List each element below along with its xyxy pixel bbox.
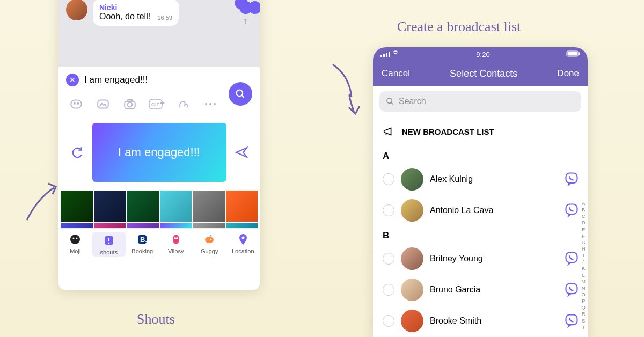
index-letter[interactable]: F xyxy=(581,233,587,239)
viber-badge xyxy=(564,202,580,218)
message-bubble[interactable]: Nicki Oooh, do tell! 16:59 xyxy=(93,0,179,26)
more-icon[interactable] xyxy=(202,96,218,112)
preview-text: I am engaged!!! xyxy=(118,145,200,159)
svg-rect-8 xyxy=(128,99,133,101)
index-letter[interactable]: J xyxy=(581,259,587,265)
svg-point-17 xyxy=(73,238,75,239)
contact-row[interactable]: Antonio La Cava xyxy=(373,195,588,226)
chat-area: Nicki Oooh, do tell! 16:59 1 xyxy=(58,0,260,67)
gallery-icon[interactable] xyxy=(95,96,111,112)
svg-text:B.: B. xyxy=(140,236,147,244)
contact-name: Bruno Garcia xyxy=(430,285,558,295)
message-row: Nicki Oooh, do tell! 16:59 xyxy=(58,0,260,35)
background-grid xyxy=(58,186,260,223)
bg-tile[interactable] xyxy=(226,223,258,228)
bg-tile[interactable] xyxy=(160,223,192,228)
bg-tile[interactable] xyxy=(226,191,258,222)
radio[interactable] xyxy=(383,173,394,185)
reaction[interactable]: 1 xyxy=(239,1,252,26)
radio[interactable] xyxy=(383,315,394,327)
doodle-icon[interactable] xyxy=(175,96,192,112)
index-letter[interactable]: T xyxy=(581,324,587,331)
bg-tile[interactable] xyxy=(61,223,93,228)
index-letter[interactable]: L xyxy=(581,272,587,279)
nav-moji[interactable]: Moji xyxy=(58,232,92,257)
header: Cancel Select Contacts Done xyxy=(373,61,588,86)
index-letter[interactable]: A xyxy=(581,200,587,207)
index-letter[interactable]: O xyxy=(581,291,587,298)
bg-tile[interactable] xyxy=(160,191,192,222)
svg-rect-38 xyxy=(566,173,577,184)
nav-guggy[interactable]: Guggy xyxy=(193,232,226,257)
index-letter[interactable]: P xyxy=(581,298,587,304)
avatar xyxy=(401,310,423,332)
nav-location[interactable]: Location xyxy=(226,232,260,257)
nav-label: Vlipsy xyxy=(168,248,184,254)
svg-rect-2 xyxy=(71,100,82,108)
nav-booking[interactable]: B.Booking xyxy=(126,232,159,257)
avatar[interactable] xyxy=(66,0,87,20)
bg-tile[interactable] xyxy=(94,223,126,228)
contact-row[interactable]: Brooke Smith xyxy=(373,305,588,336)
battery-icon xyxy=(566,50,580,58)
index-letter[interactable]: B xyxy=(581,207,587,213)
index-letter[interactable]: K xyxy=(581,265,587,272)
contact-row[interactable]: Bruno Garcia xyxy=(373,274,588,305)
heart-icon xyxy=(237,0,255,17)
index-letter[interactable]: D xyxy=(581,219,587,226)
index-bar[interactable]: ABCDEFGHIJKLMNOPQRST xyxy=(581,200,587,331)
svg-rect-34 xyxy=(568,52,577,55)
bg-tile[interactable] xyxy=(127,223,159,228)
close-icon[interactable]: ✕ xyxy=(66,74,79,86)
bg-tile[interactable] xyxy=(127,191,159,222)
radio[interactable] xyxy=(383,204,394,216)
svg-point-25 xyxy=(176,237,178,239)
search-input[interactable]: Search xyxy=(379,91,581,112)
nav-vlipsy[interactable]: Vlipsy xyxy=(159,232,193,257)
bg-tile[interactable] xyxy=(94,191,126,222)
index-letter[interactable]: N xyxy=(581,285,587,291)
radio[interactable] xyxy=(383,253,394,265)
index-letter[interactable]: C xyxy=(581,213,587,219)
nav-label: Booking xyxy=(131,248,153,254)
new-broadcast-row[interactable]: NEW BROADCAST LIST xyxy=(373,117,588,146)
index-letter[interactable]: M xyxy=(581,279,587,285)
done-button[interactable]: Done xyxy=(557,68,579,79)
avatar xyxy=(401,168,423,191)
camera-icon[interactable] xyxy=(122,96,138,112)
index-letter[interactable]: E xyxy=(581,226,587,233)
bg-tile[interactable] xyxy=(193,223,225,228)
viber-badge xyxy=(564,313,580,329)
viber-icon xyxy=(564,202,579,217)
shout-preview[interactable]: I am engaged!!! xyxy=(92,123,226,182)
cycle-button[interactable] xyxy=(68,144,85,161)
contact-row[interactable]: Britney Young xyxy=(373,243,588,274)
send-button[interactable] xyxy=(233,144,250,161)
gif-icon[interactable]: GIF xyxy=(149,96,165,112)
radio[interactable] xyxy=(383,284,394,296)
composer-input[interactable]: I am engaged!!! xyxy=(84,75,252,85)
index-letter[interactable]: G xyxy=(581,239,587,246)
section-header: A xyxy=(373,146,588,164)
bg-tile[interactable] xyxy=(61,191,93,222)
svg-point-14 xyxy=(209,103,211,105)
bg-tile[interactable] xyxy=(193,191,225,222)
contact-row[interactable]: Alex Kulnig xyxy=(373,164,588,195)
svg-point-26 xyxy=(205,237,214,243)
index-letter[interactable]: I xyxy=(581,252,587,259)
avatar xyxy=(401,199,423,222)
index-letter[interactable]: H xyxy=(581,246,587,252)
nav-icon: B. xyxy=(135,232,150,247)
sticker-icon[interactable] xyxy=(68,96,84,112)
search-button[interactable] xyxy=(229,82,252,106)
index-letter[interactable]: R xyxy=(581,311,587,317)
svg-rect-29 xyxy=(380,55,382,57)
nav-shouts[interactable]: shouts xyxy=(92,232,126,257)
svg-rect-41 xyxy=(566,284,577,294)
cancel-button[interactable]: Cancel xyxy=(382,68,410,79)
svg-line-1 xyxy=(242,96,244,98)
index-letter[interactable]: Q xyxy=(581,304,587,311)
svg-point-4 xyxy=(77,103,78,104)
index-letter[interactable]: S xyxy=(581,318,587,324)
viber-icon xyxy=(564,282,579,297)
